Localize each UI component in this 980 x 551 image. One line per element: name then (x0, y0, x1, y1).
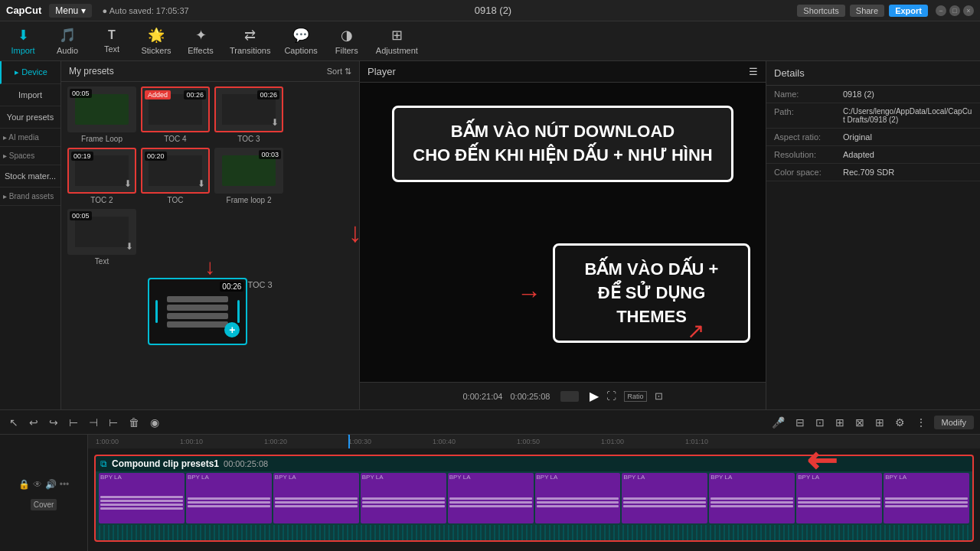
clip-2[interactable]: BPY LA (186, 473, 272, 523)
clip-5[interactable]: BPY LA (448, 473, 534, 523)
redo-button[interactable]: ↪ (46, 415, 61, 430)
delete-button[interactable]: 🗑 (126, 415, 142, 430)
split-button[interactable]: ⊢ (66, 415, 81, 430)
download-icon-toc[interactable]: ⬇ (198, 178, 205, 189)
preset-text[interactable]: 00:05 ⬇ Text (67, 209, 136, 266)
fullscreen-button[interactable]: ⛶ (606, 390, 616, 402)
lock-icon[interactable]: 🔒 (18, 479, 30, 490)
playhead[interactable] (348, 435, 350, 448)
modify-button[interactable]: Modify (934, 416, 974, 429)
transitions-icon: ⇄ (244, 27, 256, 44)
shortcuts-button[interactable]: Shortcuts (797, 5, 844, 17)
mic-button[interactable]: 🎤 (769, 415, 788, 430)
compound-icon: ⧉ (100, 458, 107, 469)
minimize-button[interactable]: − (936, 5, 946, 16)
tick-2: 1:00:20 (264, 438, 287, 445)
sidebar-item-stock[interactable]: Stock mater... (0, 165, 60, 187)
captions-label: Captions (284, 46, 317, 55)
app-logo: CapCut (6, 5, 41, 16)
zoom-out-button[interactable]: ⊟ (792, 415, 808, 430)
preset-frame-loop[interactable]: 00:05 Frame Loop (67, 86, 136, 143)
adjustment-icon: ⊞ (391, 27, 403, 44)
clip-6[interactable]: BPY LA (535, 473, 621, 523)
clip-1[interactable]: BPY LA (99, 473, 185, 523)
effects-label: Effects (188, 46, 213, 55)
toolbar-captions[interactable]: 💬 Captions (284, 27, 317, 55)
toolbar-import[interactable]: ⬇ Import (8, 27, 38, 55)
play-button[interactable]: ▶ (590, 389, 599, 403)
ratio-button[interactable]: Ratio (624, 391, 646, 402)
timeline-option2[interactable]: ⊞ (872, 415, 887, 430)
export-button[interactable]: Export (889, 5, 928, 17)
cover-label[interactable]: Cover (31, 499, 57, 510)
toolbar-transitions[interactable]: ⇄ Transitions (230, 27, 270, 55)
presets-grid-container: 00:05 Frame Loop Added 00:26 TOC 4 (61, 82, 359, 270)
menu-button[interactable]: Menu ▾ (49, 4, 91, 18)
sidebar-item-spaces[interactable]: ▸ Spaces (0, 147, 60, 165)
compound-title: Compound clip presets1 (112, 458, 219, 469)
detail-resolution-value: Adapted (843, 150, 874, 159)
preset-frame-loop2[interactable]: 00:03 Frame loop 2 (214, 148, 283, 204)
share-button[interactable]: Share (850, 5, 884, 17)
compound-clip-track[interactable]: ⧉ Compound clip presets1 00:00:25:08 BPY… (94, 455, 974, 542)
sidebar-item-device[interactable]: ▸ Device (0, 61, 60, 84)
clip-9[interactable]: BPY LA (796, 473, 882, 523)
mask-button[interactable]: ◉ (147, 415, 162, 430)
toolbar-adjustment[interactable]: ⊞ Adjustment (376, 27, 418, 55)
detail-path-value: C:/Users/lengo/AppData/Local/CapCut Draf… (843, 107, 972, 124)
sidebar-item-import[interactable]: Import (0, 84, 60, 106)
download-icon-toc2[interactable]: ⬇ (124, 178, 132, 189)
more-button[interactable]: ⋮ (913, 415, 929, 430)
preset-frame-loop2-thumb: 00:03 (214, 148, 283, 194)
timeline-option1[interactable]: ⊠ (852, 415, 867, 430)
trim-end-button[interactable]: ⊢ (106, 415, 121, 430)
close-button[interactable]: × (963, 5, 974, 16)
clip-3[interactable]: BPY LA (273, 473, 359, 523)
more-options-icon[interactable]: ••• (60, 479, 70, 490)
sidebar-item-ai-media[interactable]: ▸ AI media (0, 129, 60, 147)
settings-button[interactable]: ⚙ (892, 415, 908, 430)
clip-10[interactable]: BPY LA (884, 473, 969, 523)
preset-toc[interactable]: 00:20 ⬇ TOC (141, 148, 210, 204)
main-area: ▸ Device Import Your presets ▸ AI media … (0, 61, 980, 409)
trim-start-button[interactable]: ⊣ (86, 415, 101, 430)
clip-7[interactable]: BPY LA (622, 473, 707, 523)
clip-8[interactable]: BPY LA (709, 473, 795, 523)
select-tool-button[interactable]: ↖ (6, 415, 21, 430)
sidebar-item-brand[interactable]: ▸ Brand assets (0, 187, 60, 206)
clip-4[interactable]: BPY LA (361, 473, 446, 523)
timeline-right-area: 1:00:00 1:00:10 1:00:20 1:00:30 1:00:40 … (88, 435, 980, 551)
player-title: Player (368, 66, 396, 77)
sidebar-item-your-presets[interactable]: Your presets (0, 106, 60, 129)
audio-label: Audio (57, 46, 78, 55)
tick-6: 1:01:00 (601, 438, 624, 445)
toolbar-filters[interactable]: ◑ Filters (332, 27, 362, 55)
toolbar-effects[interactable]: ✦ Effects (185, 27, 216, 55)
toolbar-audio[interactable]: 🎵 Audio (52, 27, 83, 55)
top-bar: CapCut Menu ▾ ● Auto saved: 17:05:37 091… (0, 0, 980, 21)
sort-button[interactable]: Sort ⇅ (327, 67, 351, 77)
stickers-label: Stickers (141, 46, 171, 55)
zoom-in-button[interactable]: ⊞ (832, 415, 848, 430)
plus-button[interactable]: + (224, 322, 240, 337)
preset-toc3-top[interactable]: 00:26 ⬇ TOC 3 (214, 86, 283, 143)
undo-button[interactable]: ↩ (26, 415, 41, 430)
preset-toc4-thumb: Added 00:26 (141, 86, 210, 132)
maximize-button[interactable]: □ (949, 5, 960, 16)
detail-aspect-value: Original (843, 132, 872, 142)
download-icon[interactable]: ⬇ (271, 117, 279, 128)
player-menu-icon[interactable]: ☰ (749, 66, 758, 77)
toolbar-text[interactable]: T Text (96, 28, 127, 54)
audio-mute-icon[interactable]: 🔊 (45, 479, 57, 490)
zoom-slider[interactable]: ⊡ (812, 415, 828, 430)
eye-icon[interactable]: 👁 (33, 479, 42, 490)
toc3-large-card[interactable]: 00:26 + (148, 278, 247, 345)
download-icon-text[interactable]: ⬇ (126, 241, 133, 252)
stickers-icon: 🌟 (148, 27, 165, 44)
curved-arrow-icon: ↗ (687, 318, 704, 344)
preset-toc2[interactable]: 00:19 ⬇ TOC 2 (67, 148, 136, 204)
expand-button[interactable]: ⊡ (655, 390, 663, 402)
preset-toc4[interactable]: Added 00:26 TOC 4 (141, 86, 210, 143)
total-time: 0:00:25:08 (510, 392, 550, 401)
toolbar-stickers[interactable]: 🌟 Stickers (141, 27, 172, 55)
